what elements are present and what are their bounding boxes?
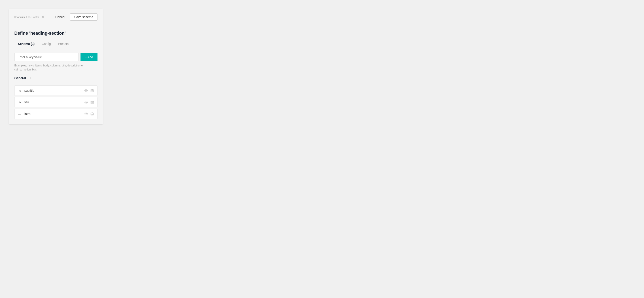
item-label-title: title <box>24 100 82 104</box>
tab-config[interactable]: Config <box>38 40 54 48</box>
item-actions-intro <box>84 112 94 116</box>
text-icon-subtitle: A <box>18 89 22 92</box>
trash-icon-intro <box>90 112 94 116</box>
svg-rect-6 <box>91 101 94 104</box>
tab-schema[interactable]: Schema (3) <box>14 40 38 48</box>
tab-presets[interactable]: Presets <box>54 40 72 48</box>
delete-button-subtitle[interactable] <box>90 88 94 93</box>
svg-point-10 <box>86 113 86 114</box>
schema-item-intro: intro <box>14 109 98 119</box>
delete-button-intro[interactable] <box>90 112 94 116</box>
eye-icon-subtitle <box>84 89 88 92</box>
lines-icon-intro <box>18 113 22 115</box>
cancel-button[interactable]: Cancel <box>53 14 68 20</box>
panel-title: Define 'heading-section' <box>14 31 98 36</box>
eye-icon-intro <box>84 112 88 116</box>
shortcuts-label: Shortcuts: Esc, Control + S <box>14 16 44 18</box>
panel-body: Define 'heading-section' Schema (3) Conf… <box>9 25 103 124</box>
toolbar-actions: Cancel Save schema <box>53 14 98 21</box>
toolbar: Shortcuts: Esc, Control + S Cancel Save … <box>9 9 103 25</box>
add-key-row: + Add <box>14 53 98 61</box>
group-title: General <box>14 76 26 80</box>
trash-icon-title <box>90 100 94 104</box>
svg-rect-11 <box>91 113 94 115</box>
text-icon-title: A <box>18 100 22 104</box>
item-actions-title <box>84 100 94 105</box>
visibility-button-title[interactable] <box>84 100 88 105</box>
delete-button-title[interactable] <box>90 100 94 105</box>
add-group-button[interactable]: + <box>28 76 32 80</box>
schema-item-subtitle: A subtitle <box>14 86 98 96</box>
svg-rect-1 <box>91 90 94 92</box>
item-label-intro: intro <box>24 112 82 116</box>
item-actions-subtitle <box>84 88 94 93</box>
schema-items-list: A subtitle <box>14 86 98 119</box>
schema-item-title: A title <box>14 97 98 107</box>
trash-icon-subtitle <box>90 89 94 92</box>
visibility-button-subtitle[interactable] <box>84 88 88 93</box>
key-input[interactable] <box>14 53 79 61</box>
svg-point-5 <box>86 102 86 103</box>
group-header: General + <box>14 76 98 82</box>
visibility-button-intro[interactable] <box>84 112 88 116</box>
svg-point-0 <box>86 90 86 91</box>
add-key-button[interactable]: + Add <box>80 53 98 61</box>
eye-icon-title <box>84 100 88 104</box>
save-schema-button[interactable]: Save schema <box>70 14 98 21</box>
item-label-subtitle: subtitle <box>24 89 82 92</box>
hint-text: Examples: news_items, body, columns, tit… <box>14 64 98 72</box>
tabs: Schema (3) Config Presets <box>14 40 98 48</box>
schema-panel: Shortcuts: Esc, Control + S Cancel Save … <box>9 9 103 124</box>
